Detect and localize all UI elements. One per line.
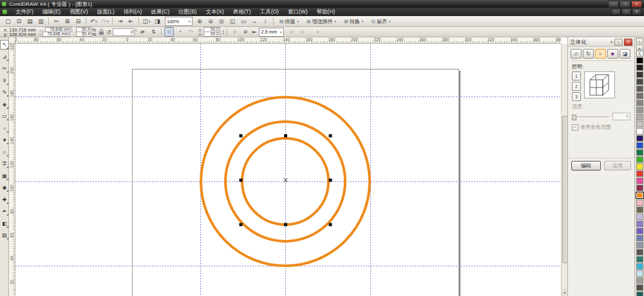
text-wrap-button[interactable]: ⊛	[230, 27, 240, 37]
extrude-color-mode-button[interactable]: ■	[607, 49, 618, 59]
menu-item-8[interactable]: 表格(T)	[229, 8, 256, 16]
new-document-button[interactable]: ▢	[3, 17, 13, 26]
color-swatch-22[interactable]	[636, 207, 643, 213]
light-2-button[interactable]: 2	[572, 82, 581, 91]
order-button[interactable]: ⊘	[241, 27, 251, 37]
menu-item-5[interactable]: 效果(C)	[146, 8, 174, 16]
pick-tool[interactable]: ↖	[0, 40, 9, 50]
pie-mode-button[interactable]: ◔	[175, 27, 185, 37]
color-swatch-6[interactable]	[636, 93, 643, 99]
auto-close-curve-button[interactable]: ⊜	[298, 27, 307, 37]
object-height-field[interactable]: 76.848 mm	[43, 32, 70, 37]
color-swatch-31[interactable]	[636, 270, 643, 277]
extrude-shape-mode-button[interactable]: ▱	[571, 49, 582, 59]
restore-button[interactable]: □	[620, 1, 630, 8]
color-swatch-9[interactable]	[636, 114, 643, 120]
fill-open-curve-button[interactable]: ⊘	[287, 27, 296, 37]
zoom-level-combo[interactable]: 100% ▾	[165, 17, 193, 26]
ruler-origin-corner[interactable]	[9, 37, 15, 44]
color-swatch-29[interactable]	[636, 256, 643, 263]
menu-item-9[interactable]: 工具(O)	[256, 8, 283, 16]
palette-scroll-up-icon[interactable]: ▴	[636, 44, 643, 50]
selection-handle[interactable]	[284, 223, 287, 227]
text-tool[interactable]: 字	[0, 159, 9, 169]
welcome-screen-button[interactable]: ◨	[153, 17, 162, 26]
menu-item-6[interactable]: 位图(B)	[174, 8, 201, 16]
doc-restore-button[interactable]: □	[621, 8, 631, 15]
menu-item-11[interactable]: 帮助(H)	[312, 8, 340, 16]
application-launcher-button[interactable]: ◫▾	[142, 17, 151, 26]
color-swatch-20[interactable]	[636, 192, 644, 199]
zoom-page-height-button[interactable]: ↕	[261, 17, 270, 26]
mirror-vertical-button[interactable]: ⇅	[149, 27, 158, 37]
convert-to-curves-button[interactable]: ○	[313, 27, 323, 37]
no-color-swatch[interactable]: ╳	[636, 50, 643, 57]
zoom-in-button[interactable]: ⊕	[195, 17, 205, 26]
color-swatch-4[interactable]	[636, 79, 643, 85]
color-swatch-27[interactable]	[636, 242, 643, 248]
menu-item-0[interactable]: 文件(F)	[11, 8, 38, 16]
color-swatch-21[interactable]	[636, 199, 643, 206]
outline-width-combo[interactable]: 2.5 mm ▾	[259, 28, 284, 37]
color-swatch-5[interactable]	[636, 86, 643, 92]
color-swatch-13[interactable]	[636, 142, 643, 149]
menu-item-4[interactable]: 排列(A)	[119, 8, 146, 16]
menu-item-2[interactable]: 视图(V)	[65, 8, 92, 16]
arc-mode-button[interactable]: ◠	[186, 27, 196, 37]
basic-shapes-tool[interactable]: ⌂	[0, 147, 9, 157]
rectangle-tool[interactable]: ▭	[0, 111, 9, 121]
color-swatch-7[interactable]	[636, 100, 643, 106]
color-swatch-33[interactable]	[636, 284, 643, 291]
outline-pen-tool[interactable]: ✒	[0, 207, 9, 216]
convert-toolbar-button[interactable]: ⊞转换▾	[341, 17, 366, 26]
color-swatch-2[interactable]	[636, 64, 643, 71]
color-swatch-19[interactable]	[636, 185, 643, 191]
table-tool[interactable]: ▦	[0, 171, 9, 181]
selection-handle[interactable]	[240, 179, 243, 182]
extrude-lighting-mode-button[interactable]: ☼	[595, 49, 606, 59]
zoom-tool[interactable]: ⚲	[0, 76, 9, 86]
close-button[interactable]: ✕	[631, 1, 642, 8]
interactive-fill-tool[interactable]: ▨	[0, 230, 9, 240]
ellipse-mode-button[interactable]: ○	[164, 27, 174, 37]
scroll-down-icon[interactable]: ▾	[562, 288, 567, 296]
color-swatch-10[interactable]	[636, 121, 643, 127]
palette-options-button[interactable]: ▪	[636, 38, 643, 43]
interactive-blend-tool[interactable]: ◉	[0, 183, 9, 192]
lock-ratio-icon[interactable]	[99, 32, 104, 35]
color-swatch-24[interactable]	[636, 221, 643, 227]
menu-item-10[interactable]: 窗口(W)	[283, 8, 312, 16]
menu-item-3[interactable]: 版面(L)	[93, 8, 119, 16]
intensity-slider[interactable]	[572, 116, 609, 117]
slider-handle[interactable]	[572, 115, 576, 120]
doc-close-button[interactable]: ✕	[632, 8, 641, 15]
menu-item-7[interactable]: 文本(X)	[201, 8, 228, 16]
layout-toolbar-button[interactable]: ⊞排版▾	[277, 17, 301, 26]
edit-button[interactable]: 编辑	[571, 161, 601, 171]
color-swatch-18[interactable]	[636, 178, 643, 184]
fill-tool[interactable]: ◧	[0, 219, 9, 228]
shape-tool[interactable]: ⊿	[0, 52, 9, 62]
selection-handle[interactable]	[240, 223, 243, 227]
position-y[interactable]: y: 108.424 mm	[4, 32, 36, 37]
docker-close-button[interactable]: ✕	[624, 39, 632, 46]
color-swatch-34[interactable]	[636, 291, 643, 296]
paste-button[interactable]: ⊟	[73, 17, 83, 26]
zoom-all-objects-button[interactable]: ◱	[228, 17, 238, 26]
vertical-scrollbar[interactable]: ▾	[561, 44, 567, 296]
color-swatch-1[interactable]	[636, 57, 643, 64]
docker-float-button[interactable]: ▫	[614, 39, 623, 46]
zoom-selected-button[interactable]: ◎	[217, 17, 227, 26]
selection-handle[interactable]	[329, 179, 332, 182]
color-swatch-26[interactable]	[636, 235, 643, 241]
plugins-toolbar-button[interactable]: ⊞增强插件▾	[304, 17, 339, 26]
vertical-ruler[interactable]: 22020018016014012010080604020	[9, 44, 15, 296]
ellipse-tool[interactable]: ○	[0, 124, 9, 133]
color-swatch-28[interactable]	[636, 249, 643, 255]
eyedropper-tool[interactable]: ✚	[0, 195, 9, 205]
freehand-tool[interactable]: ✎	[0, 88, 9, 97]
full-color-checkbox[interactable]: ✓	[572, 124, 578, 131]
extrude-rotation-mode-button[interactable]: ↻	[583, 49, 594, 59]
apply-button[interactable]: 应用	[604, 161, 631, 171]
selection-handle[interactable]	[284, 134, 287, 138]
